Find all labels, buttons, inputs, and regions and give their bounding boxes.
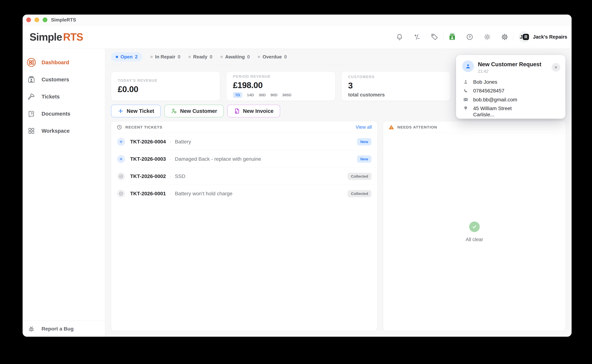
gear-icon[interactable] xyxy=(501,33,508,41)
filter-count: 0 xyxy=(178,54,180,60)
filter-ready[interactable]: Ready 0 xyxy=(188,54,213,60)
stat-card-period-revenue: PERIOD REVENUE £198.00 7D 14D 30D 90D 36… xyxy=(226,72,335,101)
avatar: J R xyxy=(519,31,530,43)
check-circle-icon xyxy=(469,221,480,232)
help-icon[interactable]: ? xyxy=(466,33,473,41)
address-line-2: Carlisle... xyxy=(473,112,494,117)
ticket-description: SSD xyxy=(175,173,185,179)
ticket-row[interactable]: TKT-2026-0003 · Damaged Back - replace w… xyxy=(111,150,377,168)
customer-email-row: bob.bb@gmail.com xyxy=(463,97,559,103)
check-badge-icon xyxy=(117,190,125,198)
customer-name: Bob Jones xyxy=(473,79,497,85)
person-circle-icon xyxy=(462,60,474,72)
ticket-description: Damaged Back - replace with genuine xyxy=(175,156,261,162)
period-chip-90d[interactable]: 90D xyxy=(270,93,278,97)
filter-open[interactable]: Open 2 xyxy=(111,52,142,62)
account-menu[interactable]: J R Jack's Repairs xyxy=(519,31,567,43)
status-badge: Collected xyxy=(348,173,371,180)
filter-overdue[interactable]: Overdue 0 xyxy=(258,54,287,60)
ticket-separator: · xyxy=(169,173,171,179)
tag-icon[interactable] xyxy=(431,33,438,41)
bug-icon xyxy=(26,325,36,332)
person-icon xyxy=(463,79,468,84)
stat-label: TODAY'S REVENUE xyxy=(118,78,213,83)
period-chip-7d[interactable]: 7D xyxy=(233,92,242,98)
customer-name-row: Bob Jones xyxy=(463,79,559,85)
filter-awaiting[interactable]: Awaiting 0 xyxy=(220,54,250,60)
stat-label: PERIOD REVENUE xyxy=(233,74,329,79)
location-pin-icon xyxy=(463,106,468,111)
filter-label: In Repair xyxy=(155,54,175,60)
sidebar-item-documents[interactable]: Documents xyxy=(23,105,105,122)
new-customer-label: New Customer xyxy=(180,108,217,114)
period-chip-30d[interactable]: 30D xyxy=(259,93,266,97)
person-plus-icon xyxy=(171,108,177,114)
filter-label: Ready xyxy=(193,54,208,60)
warning-icon xyxy=(389,124,394,130)
ticket-new-icon xyxy=(117,138,125,146)
ticket-separator: · xyxy=(169,139,171,145)
ticket-row[interactable]: TKT-2026-0002 · SSD Collected xyxy=(111,168,377,185)
panel-title: RECENT TICKETS xyxy=(125,125,162,130)
plus-minus-icon[interactable] xyxy=(413,33,421,41)
stat-card-customers: CUSTOMERS 3 total customers xyxy=(341,72,451,101)
file-plus-icon xyxy=(234,108,240,114)
needs-attention-panel: NEEDS ATTENTION All clear xyxy=(383,121,566,331)
sidebar-item-tickets[interactable]: Tickets xyxy=(23,88,105,105)
scroll-icon xyxy=(26,109,36,119)
filter-in-repair[interactable]: In Repair 0 xyxy=(150,54,181,60)
status-dot xyxy=(258,56,260,58)
new-ticket-label: New Ticket xyxy=(127,108,154,114)
dashboard-icon xyxy=(26,57,36,67)
avatar-initial-r: R xyxy=(523,34,529,40)
notification-header: New Customer Request 21:42 xyxy=(462,60,559,74)
filter-label: Overdue xyxy=(262,54,282,60)
ticket-row[interactable]: TKT-2026-0004 · Battery New xyxy=(111,133,377,150)
titlebar: SimpleRTS xyxy=(23,14,572,25)
sidebar: Dashboard Customers xyxy=(23,49,105,337)
ticket-id: TKT-2026-0004 xyxy=(130,139,166,145)
needs-attention-header: NEEDS ATTENTION xyxy=(383,121,565,133)
filter-label: Awaiting xyxy=(225,54,245,60)
sidebar-item-customers[interactable]: Customers xyxy=(23,71,105,88)
ticket-new-icon xyxy=(117,155,125,163)
report-bug-label: Report a Bug xyxy=(41,326,74,332)
ticket-row[interactable]: TKT-2026-0001 · Battery won’t hold charg… xyxy=(111,185,377,202)
new-invoice-button[interactable]: New Invoice xyxy=(227,105,280,117)
close-notification-button[interactable] xyxy=(552,63,560,72)
close-window-button[interactable] xyxy=(26,18,31,22)
new-ticket-button[interactable]: New Ticket xyxy=(111,105,161,117)
traffic-lights xyxy=(26,14,47,25)
contact-card-icon xyxy=(26,74,36,85)
phone-icon xyxy=(463,88,468,93)
sidebar-item-label: Documents xyxy=(41,111,70,117)
filter-count: 0 xyxy=(284,54,287,60)
bell-icon[interactable] xyxy=(396,33,403,41)
report-bug-button[interactable]: Report a Bug xyxy=(23,321,105,337)
header-toolbar: ? J xyxy=(386,31,567,43)
contact-card-icon[interactable] xyxy=(449,33,456,41)
status-badge: Collected xyxy=(348,190,371,197)
new-customer-button[interactable]: New Customer xyxy=(164,105,224,117)
sun-icon[interactable] xyxy=(484,33,491,41)
view-all-link[interactable]: View all xyxy=(356,124,372,130)
filter-label: Open xyxy=(121,54,133,60)
panel-title: NEEDS ATTENTION xyxy=(397,125,437,130)
sidebar-item-workspace[interactable]: Workspace xyxy=(23,122,105,139)
ticket-id: TKT-2026-0002 xyxy=(130,173,166,179)
app-window: SimpleRTS SimpleRTS xyxy=(23,14,572,337)
logo-accent: RTS xyxy=(63,31,83,43)
filter-count: 2 xyxy=(135,54,137,60)
period-chip-14d[interactable]: 14D xyxy=(247,93,254,97)
window-title: SimpleRTS xyxy=(51,17,76,23)
all-clear-text: All clear xyxy=(465,237,483,242)
ticket-id: TKT-2026-0003 xyxy=(130,156,166,162)
sidebar-item-label: Customers xyxy=(41,77,69,83)
recent-tickets-panel: RECENT TICKETS View all TKT-2026-0004 · … xyxy=(111,121,377,331)
sidebar-item-dashboard[interactable]: Dashboard xyxy=(23,54,105,71)
period-chip-365d[interactable]: 365D xyxy=(282,93,291,97)
status-dot xyxy=(150,56,153,58)
zoom-window-button[interactable] xyxy=(43,18,47,22)
panels-row: RECENT TICKETS View all TKT-2026-0004 · … xyxy=(111,121,566,331)
minimize-window-button[interactable] xyxy=(34,18,39,22)
